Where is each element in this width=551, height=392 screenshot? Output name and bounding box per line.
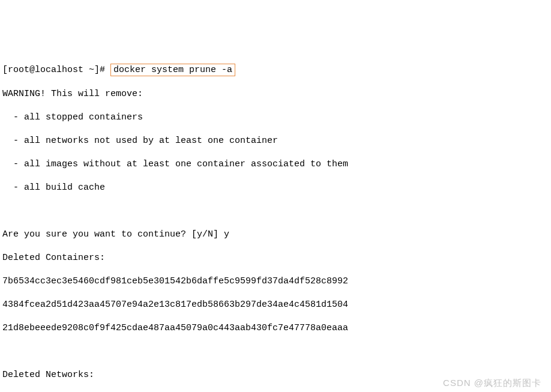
blank-line (2, 205, 549, 217)
blank-line (2, 346, 549, 358)
deleted-container-hash: 7b6534cc3ec3e5460cdf981ceb5e301542b6daff… (2, 276, 549, 288)
deleted-container-hash: 21d8ebeeede9208c0f9f425cdae487aa45079a0c… (2, 322, 549, 334)
confirm-prompt[interactable]: Are you sure you want to continue? [y/N]… (2, 229, 549, 241)
deleted-containers-header: Deleted Containers: (2, 252, 549, 264)
warning-item: - all images without at least one contai… (2, 158, 549, 170)
deleted-container-hash: 4384fcea2d51d423aa45707e94a2e13c817edb58… (2, 299, 549, 311)
watermark: CSDN @疯狂的斯图卡 (443, 377, 541, 389)
prompt-prefix: [root@localhost ~]# (2, 65, 110, 75)
highlighted-command: docker system prune -a (110, 64, 235, 77)
prompt-line-1[interactable]: [root@localhost ~]# docker system prune … (2, 64, 549, 77)
warning-item: - all networks not used by at least one … (2, 135, 549, 147)
warning-item: - all stopped containers (2, 112, 549, 124)
warning-header: WARNING! This will remove: (2, 88, 549, 100)
warning-item: - all build cache (2, 182, 549, 194)
terminal-output: [root@localhost ~]# docker system prune … (2, 52, 549, 392)
